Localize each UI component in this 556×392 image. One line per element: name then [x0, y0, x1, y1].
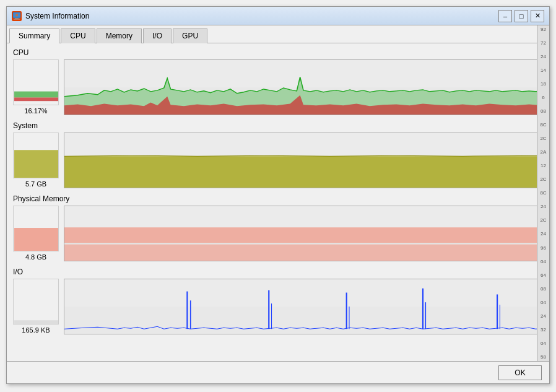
title-bar: System Information – □ ✕	[7, 7, 549, 25]
physical-memory-mini-chart	[13, 206, 59, 251]
cpu-graph	[64, 59, 543, 115]
svg-rect-8	[64, 60, 542, 87]
svg-rect-20	[64, 227, 542, 243]
svg-rect-14	[64, 133, 542, 156]
cpu-mini-group: 16.17%	[13, 59, 59, 115]
ruler-label-20: 08	[537, 286, 549, 292]
ruler-label-17: 96	[537, 245, 549, 251]
cpu-row: 16.17%	[13, 59, 543, 115]
svg-rect-6	[14, 92, 59, 98]
tab-cpu[interactable]: CPU	[61, 28, 95, 43]
footer-bar: OK	[7, 361, 549, 383]
window-controls: – □ ✕	[498, 10, 544, 22]
ruler-label-19: 64	[537, 272, 549, 278]
svg-rect-2	[14, 19, 20, 19]
cpu-mini-chart	[13, 59, 59, 105]
io-mini-chart	[13, 279, 59, 324]
physical-memory-graph	[64, 206, 543, 261]
ruler-label-22: 24	[537, 313, 549, 319]
ruler-label-9: 2C	[537, 136, 549, 141]
ruler-label-11: 12	[537, 163, 549, 168]
ruler-label-18: 04	[537, 259, 549, 264]
ruler-label-2: 72	[537, 40, 549, 46]
io-graph	[64, 279, 543, 334]
ruler-label-6: 6	[537, 95, 549, 100]
physical-memory-value: 4.8 GB	[25, 253, 46, 261]
ruler-label-3: 24	[537, 54, 549, 59]
ruler-label-25: 58	[537, 354, 549, 360]
right-ruler: 92 72 24 14 18 6 08 8C 2C 2A 12 2C 8C 24…	[537, 25, 549, 361]
tab-summary[interactable]: Summary	[9, 28, 59, 43]
ruler-label-14: 24	[537, 204, 549, 209]
ruler-label-13: 8C	[537, 190, 549, 196]
svg-rect-5	[14, 97, 59, 101]
svg-rect-15	[64, 156, 542, 188]
io-section: I/O 165.9 KB	[13, 268, 543, 334]
ruler-label-1: 92	[537, 27, 549, 32]
window-title: System Information	[25, 12, 498, 20]
maximize-button[interactable]: □	[515, 10, 528, 22]
svg-rect-26	[64, 279, 542, 307]
system-mini-chart	[13, 133, 59, 178]
cpu-value: 16.17%	[24, 107, 47, 115]
system-value: 5.7 GB	[25, 180, 46, 188]
physical-memory-section: Physical Memory 4.8 GB	[13, 194, 543, 261]
io-mini-group: 165.9 KB	[13, 279, 59, 334]
system-information-window: System Information – □ ✕ Summary CPU Mem…	[6, 6, 550, 384]
physical-memory-row: 4.8 GB	[13, 206, 543, 261]
ruler-label-16: 24	[537, 231, 549, 237]
app-icon	[12, 11, 22, 21]
ok-button[interactable]: OK	[498, 365, 542, 380]
minimize-button[interactable]: –	[498, 10, 512, 22]
ruler-label-21: 04	[537, 300, 549, 305]
svg-rect-1	[15, 18, 19, 19]
cpu-label: CPU	[13, 48, 543, 57]
ruler-label-24: 04	[537, 341, 549, 346]
ruler-label-8: 8C	[537, 122, 549, 128]
svg-rect-12	[14, 150, 59, 178]
io-value: 165.9 KB	[22, 326, 50, 334]
svg-rect-23	[14, 279, 59, 324]
ruler-label-12: 2C	[537, 176, 549, 182]
physical-memory-mini-group: 4.8 GB	[13, 206, 59, 261]
physical-memory-label: Physical Memory	[13, 194, 543, 203]
ruler-label-23: 32	[537, 327, 549, 333]
tab-io[interactable]: I/O	[143, 28, 172, 43]
svg-rect-24	[14, 320, 59, 324]
system-section: System 5.7 GB	[13, 121, 543, 188]
tab-memory[interactable]: Memory	[97, 28, 142, 43]
tab-bar: Summary CPU Memory I/O GPU	[7, 25, 549, 43]
ruler-label-15: 2C	[537, 217, 549, 223]
svg-rect-17	[14, 228, 59, 251]
main-content: CPU 16.17%	[7, 43, 549, 357]
io-label: I/O	[13, 268, 543, 276]
ruler-label-7: 08	[537, 108, 549, 114]
system-row: 5.7 GB	[13, 133, 543, 188]
svg-point-3	[15, 14, 18, 16]
io-row: 165.9 KB	[13, 279, 543, 334]
close-button[interactable]: ✕	[531, 10, 544, 22]
ruler-label-10: 2A	[537, 149, 549, 155]
cpu-section: CPU 16.17%	[13, 48, 543, 115]
svg-rect-19	[64, 206, 542, 227]
system-mini-group: 5.7 GB	[13, 133, 59, 188]
system-label: System	[13, 121, 543, 130]
ruler-label-4: 14	[537, 68, 549, 73]
ruler-label-5: 18	[537, 81, 549, 87]
tab-gpu[interactable]: GPU	[173, 28, 207, 43]
svg-rect-21	[64, 245, 542, 261]
system-graph	[64, 133, 543, 188]
